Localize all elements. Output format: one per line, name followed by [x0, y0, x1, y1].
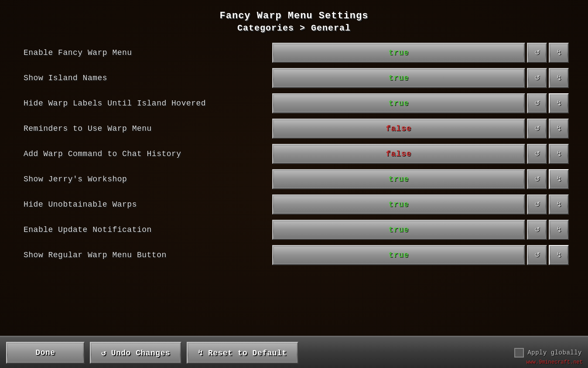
setting-row-hide-warp-labels: Hide Warp Labels Until Island Hoveredtru…: [19, 92, 569, 115]
setting-value-btn-show-jerrys-workshop[interactable]: true: [272, 169, 525, 189]
reset-icon-btn-hide-unobtainable-warps[interactable]: ↯: [549, 194, 569, 215]
reset-icon-btn-show-island-names[interactable]: ↯: [549, 68, 569, 88]
setting-row-show-regular-warp-button: Show Regular Warp Menu Buttontrue↺↯: [19, 243, 569, 267]
setting-value-text-show-island-names: true: [388, 74, 409, 82]
setting-label-enable-update-notification: Enable Update Notification: [19, 225, 272, 234]
apply-globally-container: Apply globally: [514, 348, 582, 358]
reset-icon-btn-enable-update-notification[interactable]: ↯: [549, 220, 569, 240]
setting-value-text-add-warp-command: false: [386, 150, 411, 158]
reset-icon-reminders-warp-menu: ↯: [556, 124, 562, 133]
undo-changes-button[interactable]: ↺ Undo Changes: [90, 342, 181, 364]
undo-icon-btn-show-jerrys-workshop[interactable]: ↺: [527, 169, 547, 189]
reset-icon-show-island-names: ↯: [556, 74, 562, 82]
undo-icon-enable-fancy-warp-menu: ↺: [534, 48, 540, 57]
setting-label-enable-fancy-warp-menu: Enable Fancy Warp Menu: [19, 48, 272, 57]
setting-label-add-warp-command: Add Warp Command to Chat History: [19, 150, 272, 158]
setting-value-btn-show-island-names[interactable]: true: [272, 68, 525, 88]
page-wrapper: Fancy Warp Menu Settings Categories > Ge…: [0, 0, 588, 368]
reset-icon-enable-fancy-warp-menu: ↯: [556, 48, 562, 57]
setting-value-btn-show-regular-warp-button[interactable]: true: [272, 245, 525, 265]
setting-row-enable-update-notification: Enable Update Notificationtrue↺↯: [19, 218, 569, 242]
reset-icon-btn-enable-fancy-warp-menu[interactable]: ↯: [549, 43, 569, 63]
undo-icon-enable-update-notification: ↺: [534, 225, 540, 234]
undo-icon-btn-show-regular-warp-button[interactable]: ↺: [527, 245, 547, 265]
reset-icon-hide-unobtainable-warps: ↯: [556, 200, 562, 208]
undo-icon-show-island-names: ↺: [534, 74, 540, 82]
setting-label-show-island-names: Show Island Names: [19, 74, 272, 82]
reset-icon-btn-hide-warp-labels[interactable]: ↯: [549, 93, 569, 113]
watermark: www.9minecraft.net: [526, 359, 583, 365]
setting-label-show-regular-warp-button: Show Regular Warp Menu Button: [19, 251, 272, 259]
setting-value-btn-add-warp-command[interactable]: false: [272, 144, 525, 164]
undo-icon-btn-hide-unobtainable-warps[interactable]: ↺: [527, 194, 547, 215]
setting-row-show-jerrys-workshop: Show Jerry's Workshoptrue↺↯: [19, 167, 569, 191]
reset-icon-show-jerrys-workshop: ↯: [556, 175, 562, 183]
reset-icon-hide-warp-labels: ↯: [556, 99, 562, 107]
reset-icon-btn-show-jerrys-workshop[interactable]: ↯: [549, 169, 569, 189]
reset-icon-show-regular-warp-button: ↯: [556, 251, 562, 259]
undo-icon-btn-add-warp-command[interactable]: ↺: [527, 144, 547, 164]
setting-row-enable-fancy-warp-menu: Enable Fancy Warp Menutrue↺↯: [19, 41, 569, 65]
setting-label-show-jerrys-workshop: Show Jerry's Workshop: [19, 175, 272, 184]
setting-value-text-reminders-warp-menu: false: [386, 124, 411, 133]
undo-icon-btn-reminders-warp-menu[interactable]: ↺: [527, 119, 547, 139]
header: Fancy Warp Menu Settings Categories > Ge…: [220, 10, 369, 33]
done-button[interactable]: Done: [6, 342, 85, 364]
undo-icon-hide-unobtainable-warps: ↺: [534, 200, 540, 208]
undo-icon-btn-enable-fancy-warp-menu[interactable]: ↺: [527, 43, 547, 63]
undo-icon-btn-show-island-names[interactable]: ↺: [527, 68, 547, 88]
setting-row-add-warp-command: Add Warp Command to Chat Historyfalse↺↯: [19, 142, 569, 166]
setting-label-hide-unobtainable-warps: Hide Unobtainable Warps: [19, 200, 272, 209]
setting-row-reminders-warp-menu: Reminders to Use Warp Menufalse↺↯: [19, 117, 569, 140]
reset-icon-enable-update-notification: ↯: [556, 225, 562, 234]
bottom-bar: Done ↺ Undo Changes ↯ Reset to Default A…: [0, 336, 588, 368]
undo-icon-add-warp-command: ↺: [534, 150, 540, 158]
setting-row-hide-unobtainable-warps: Hide Unobtainable Warpstrue↺↯: [19, 193, 569, 216]
reset-icon-btn-show-regular-warp-button[interactable]: ↯: [549, 245, 569, 265]
setting-value-text-hide-warp-labels: true: [388, 99, 409, 108]
setting-label-reminders-warp-menu: Reminders to Use Warp Menu: [19, 124, 272, 133]
setting-value-text-enable-update-notification: true: [388, 225, 409, 234]
setting-label-hide-warp-labels: Hide Warp Labels Until Island Hovered: [19, 99, 272, 108]
reset-icon-btn-reminders-warp-menu[interactable]: ↯: [549, 119, 569, 139]
undo-icon-reminders-warp-menu: ↺: [534, 124, 540, 133]
setting-value-text-enable-fancy-warp-menu: true: [388, 48, 409, 57]
undo-icon-hide-warp-labels: ↺: [534, 99, 540, 107]
setting-row-show-island-names: Show Island Namestrue↺↯: [19, 66, 569, 90]
undo-icon-btn-enable-update-notification[interactable]: ↺: [527, 220, 547, 240]
page-subtitle: Categories > General: [220, 23, 369, 33]
setting-value-btn-enable-fancy-warp-menu[interactable]: true: [272, 43, 525, 63]
setting-value-btn-hide-unobtainable-warps[interactable]: true: [272, 194, 525, 215]
undo-icon-btn-hide-warp-labels[interactable]: ↺: [527, 93, 547, 113]
settings-list: Enable Fancy Warp Menutrue↺↯Show Island …: [19, 41, 569, 368]
setting-value-btn-enable-update-notification[interactable]: true: [272, 220, 525, 240]
apply-globally-checkbox[interactable]: [514, 348, 524, 358]
undo-icon-show-regular-warp-button: ↺: [534, 251, 540, 259]
setting-value-btn-hide-warp-labels[interactable]: true: [272, 93, 525, 113]
setting-value-text-show-regular-warp-button: true: [388, 251, 409, 259]
setting-value-text-show-jerrys-workshop: true: [388, 175, 409, 184]
setting-value-btn-reminders-warp-menu[interactable]: false: [272, 119, 525, 139]
reset-icon-btn-add-warp-command[interactable]: ↯: [549, 144, 569, 164]
page-title: Fancy Warp Menu Settings: [220, 10, 369, 23]
apply-globally-label: Apply globally: [527, 349, 582, 356]
reset-to-default-button[interactable]: ↯ Reset to Default: [187, 342, 298, 364]
reset-icon-add-warp-command: ↯: [556, 150, 562, 158]
undo-icon-show-jerrys-workshop: ↺: [534, 175, 540, 183]
setting-value-text-hide-unobtainable-warps: true: [388, 200, 409, 209]
